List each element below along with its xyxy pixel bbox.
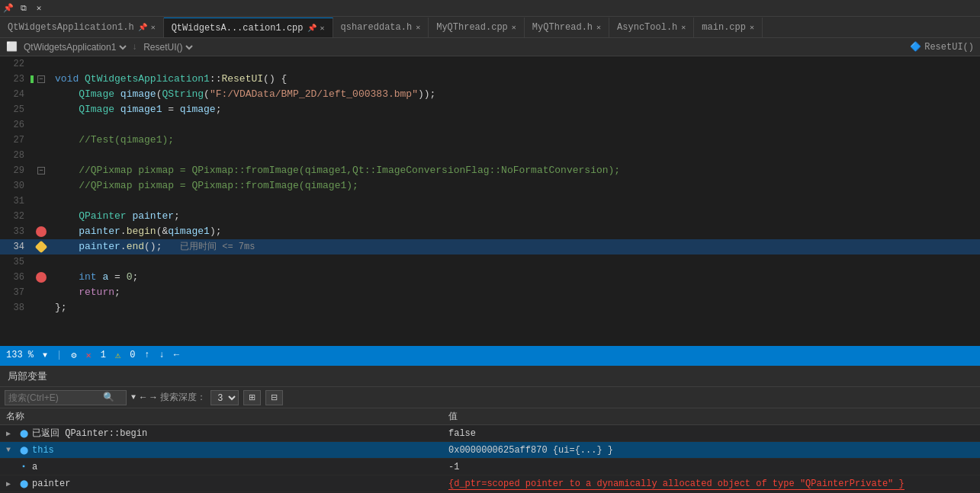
code-text: }; [52,300,67,315]
code-text: int a = 0; [52,270,138,285]
breakpoint-icon[interactable] [36,272,47,283]
warning-count: 0 [130,350,135,360]
tab-label: main.cpp [702,22,746,33]
tab-label: AsyncTool.h [617,22,677,33]
table-row: 24 QImage qimage(QString("F:/VDAData/BMP… [0,87,980,102]
table-row: 38 }; [0,300,980,315]
expand-arrow[interactable]: ▶ [6,429,15,438]
gutter-23: − [31,75,52,83]
search-dropdown-btn[interactable]: ▼ [131,393,136,402]
tab-qshareddata[interactable]: qshareddata.h ✕ [333,18,429,37]
line-number: 28 [0,150,31,161]
tab-pin-icon: 📌 [138,23,147,32]
gutter-29: − [31,167,52,174]
tab-close-btn[interactable]: ✕ [596,23,601,32]
line-number: 23 [0,74,31,85]
tab-close-btn[interactable]: ✕ [681,23,686,32]
search-icon[interactable]: 🔍 [103,392,114,403]
expand-all-btn[interactable]: ⊞ [243,390,261,405]
arrow-down-btn[interactable]: ↓ [159,350,165,360]
expand-arrow[interactable]: ▼ [6,446,15,454]
breadcrumb-file-icon: ⬜ [6,41,18,53]
code-text: QImage qimage(QString("F:/VDAData/BMP_2D… [52,87,435,102]
table-row: 22 [0,56,980,72]
table-row: 29 − //QPixmap pixmap = QPixmap::fromIma… [0,163,980,178]
expand-arrow[interactable]: ▶ [6,479,15,488]
tab-main-cpp[interactable]: main.cpp ✕ [694,18,763,37]
table-row: 36 int a = 0; [0,270,980,285]
list-item[interactable]: ▪ a -1 [0,459,980,475]
line-number: 30 [0,181,31,191]
gutter-33[interactable] [31,226,52,237]
tab-close-btn[interactable]: ✕ [750,23,754,32]
line-number: 38 [0,303,31,313]
tab-close-btn[interactable]: ✕ [151,23,156,32]
editor-area: 22 23 − void QtWidgetsApplication1::Rese… [0,56,980,346]
table-row: 37 return; [0,285,980,300]
table-row: 35 [0,255,980,270]
collapse-button[interactable]: − [37,167,45,174]
tab-label: QtWidgetsApplication1.h [8,22,134,33]
code-text: //QPixmap pixmap = QPixmap::fromImage(qi… [52,178,358,194]
float-icon[interactable]: ⧉ [18,3,29,14]
tab-myqthread-cpp[interactable]: MyQThread.cpp ✕ [429,18,525,37]
code-text: painter.end(); 已用时间 <= 7ms [52,239,255,255]
tab-cpp-active[interactable]: QtWidgetsA...cation1.cpp 📌 ✕ [164,18,333,37]
warning-icon: ⚠ [115,350,120,361]
tab-asynctool[interactable]: AsyncTool.h ✕ [609,18,694,37]
breadcrumb-class-select[interactable]: QtWidgetsApplication1 [21,41,129,53]
var-name: painter [32,479,70,489]
collapse-button[interactable]: − [37,75,45,83]
tab-bar: QtWidgetsApplication1.h 📌 ✕ QtWidgetsA..… [0,17,980,38]
line-number: 31 [0,196,31,206]
depth-select[interactable]: 3 [210,390,239,405]
var-name: this [32,445,54,456]
var-value: false [442,427,980,440]
arrow-left-btn[interactable]: ← [174,350,179,360]
gutter-34[interactable] [31,242,52,251]
line-number: 25 [0,104,31,115]
tab-header-h[interactable]: QtWidgetsApplication1.h 📌 ✕ [0,18,164,37]
line-number-active: 34 [0,242,31,252]
tab-close-btn[interactable]: ✕ [320,24,325,33]
var-icon-circle: ⬤ [18,428,29,439]
table-row: 32 QPainter painter; [0,209,980,224]
next-result-btn[interactable]: → [150,392,156,403]
title-bar: 📌 ⧉ ✕ [0,0,980,17]
var-value: -1 [442,460,980,474]
collapse-all-btn[interactable]: ⊟ [265,390,283,405]
panel-title-label: 局部变量 [8,370,47,383]
panel-title: 局部变量 [0,366,980,387]
tab-close-btn[interactable]: ✕ [416,23,420,32]
error-count: 1 [101,350,106,360]
pin-icon[interactable]: 📌 [3,3,14,14]
tab-myqthread-h[interactable]: MyQThread.h ✕ [525,18,609,37]
breadcrumb-method-select[interactable]: ResetUI() [140,41,195,53]
code-text: painter.begin(&qimage1); [52,224,221,239]
line-number: 36 [0,272,31,283]
line-number: 29 [0,165,31,176]
tab-close-btn[interactable]: ✕ [512,23,516,32]
gutter-36[interactable] [31,272,52,283]
breadcrumb-icon: 🔷 [910,41,921,53]
breakpoint-icon[interactable] [36,226,47,237]
line-number: 37 [0,287,31,298]
list-item[interactable]: ▶ ⬤ painter {d_ptr=scoped pointer to a d… [0,475,980,492]
arrow-up-btn[interactable]: ↑ [144,350,149,360]
close-title-icon[interactable]: ✕ [34,3,44,14]
code-text: QPainter painter; [52,209,180,224]
error-icon: ✕ [85,350,91,361]
status-separator: | [56,350,62,360]
breadcrumb-resetui: ResetUI() [924,42,974,53]
zoom-dropdown-btn[interactable]: ▼ [43,351,47,360]
prev-result-btn[interactable]: ← [140,392,146,403]
col-value-header: 值 [442,408,980,424]
list-item[interactable]: ▶ ⬤ 已返回 QPainter::begin false [0,425,980,442]
search-input[interactable] [8,392,100,403]
table-row: 23 − void QtWidgetsApplication1::ResetUI… [0,72,980,87]
var-icon-circle: ⬤ [18,445,29,456]
code-text: return; [52,285,120,300]
list-item[interactable]: ▼ ⬤ this 0x0000000625aff870 {ui={...} } [0,442,980,459]
search-box[interactable]: 🔍 [5,390,127,405]
tab-label: QtWidgetsA...cation1.cpp [172,23,304,34]
